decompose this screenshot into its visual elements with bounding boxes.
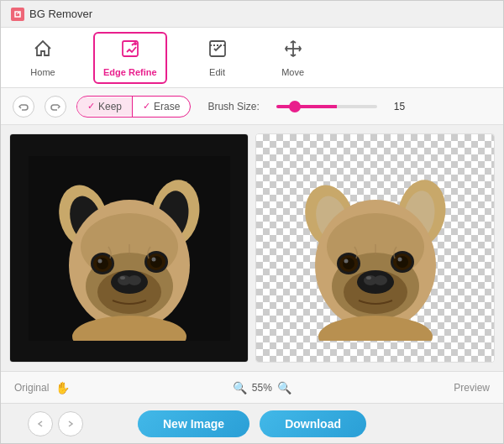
brush-mode-group: ✓ Keep ✓ Erase	[76, 96, 191, 118]
svg-point-43	[344, 259, 348, 263]
zoom-in-icon[interactable]: 🔍	[277, 381, 291, 394]
tool-move[interactable]: Move	[268, 32, 318, 84]
preview-panel	[255, 133, 495, 363]
svg-point-47	[397, 257, 402, 261]
svg-point-22	[97, 259, 102, 263]
erase-button[interactable]: ✓ Erase	[133, 97, 190, 116]
original-canvas	[10, 134, 248, 362]
preview-label: Preview	[454, 382, 490, 394]
svg-rect-0	[13, 9, 23, 19]
svg-point-48	[318, 316, 433, 341]
original-panel	[9, 133, 249, 363]
action-bar: New Image Download	[1, 403, 503, 443]
keep-icon: ✓	[87, 101, 95, 112]
main-area	[1, 125, 503, 371]
edit-label: Edit	[209, 67, 225, 77]
preview-canvas	[256, 134, 494, 362]
title-bar: BG Remover	[1, 1, 503, 28]
preview-dog-image	[275, 156, 476, 341]
action-bar-wrapper: New Image Download	[14, 410, 490, 437]
main-toolbar: Home Edge Refine Edit	[1, 28, 503, 88]
home-icon	[33, 39, 53, 64]
edit-icon	[207, 39, 228, 64]
svg-point-42	[343, 258, 354, 269]
bottom-right: Preview	[454, 382, 490, 394]
hand-icon: ✋	[55, 381, 70, 394]
keep-label: Keep	[98, 101, 122, 112]
sub-toolbar: ✓ Keep ✓ Erase Brush Size: 15	[1, 88, 503, 125]
svg-point-38	[374, 275, 387, 285]
svg-point-2	[134, 42, 137, 45]
brush-size-label: Brush Size:	[207, 101, 259, 112]
zoom-level: 55%	[252, 382, 272, 394]
redo-button[interactable]	[45, 96, 66, 118]
svg-point-21	[97, 258, 108, 269]
bottom-center: 🔍 55% 🔍	[233, 381, 291, 394]
erase-icon: ✓	[143, 101, 150, 112]
tool-edit[interactable]: Edit	[192, 32, 243, 84]
undo-button[interactable]	[13, 96, 34, 118]
main-action-buttons: New Image Download	[14, 410, 490, 437]
next-button[interactable]	[58, 411, 83, 436]
svg-point-18	[120, 276, 125, 279]
keep-button[interactable]: ✓ Keep	[77, 97, 132, 116]
new-image-button[interactable]: New Image	[138, 410, 249, 437]
svg-point-39	[366, 276, 371, 279]
edge-refine-label: Edge Refine	[103, 67, 157, 77]
prev-button[interactable]	[28, 411, 53, 436]
move-label: Move	[281, 67, 304, 77]
brush-size-slider[interactable]	[276, 105, 377, 108]
home-label: Home	[30, 67, 55, 77]
tool-edge-refine[interactable]: Edge Refine	[93, 32, 167, 84]
bottom-bar: Original ✋ 🔍 55% 🔍 Preview	[1, 371, 503, 403]
svg-point-26	[151, 257, 155, 261]
svg-point-25	[150, 256, 162, 268]
erase-label: Erase	[154, 101, 180, 112]
move-icon	[283, 39, 303, 64]
app-icon	[11, 8, 24, 21]
svg-point-46	[396, 256, 408, 268]
svg-point-17	[128, 275, 141, 285]
edge-refine-icon	[120, 39, 140, 64]
bottom-left: Original ✋	[14, 381, 70, 394]
zoom-out-icon[interactable]: 🔍	[233, 381, 247, 394]
brush-size-value: 15	[394, 101, 411, 112]
app-title: BG Remover	[29, 8, 92, 20]
original-dog-image	[29, 156, 230, 341]
tool-home[interactable]: Home	[18, 32, 68, 84]
nav-buttons	[28, 411, 83, 436]
app-window: BG Remover Home Edge Refine	[0, 0, 504, 444]
original-label: Original	[14, 382, 49, 394]
download-button[interactable]: Download	[260, 410, 366, 437]
